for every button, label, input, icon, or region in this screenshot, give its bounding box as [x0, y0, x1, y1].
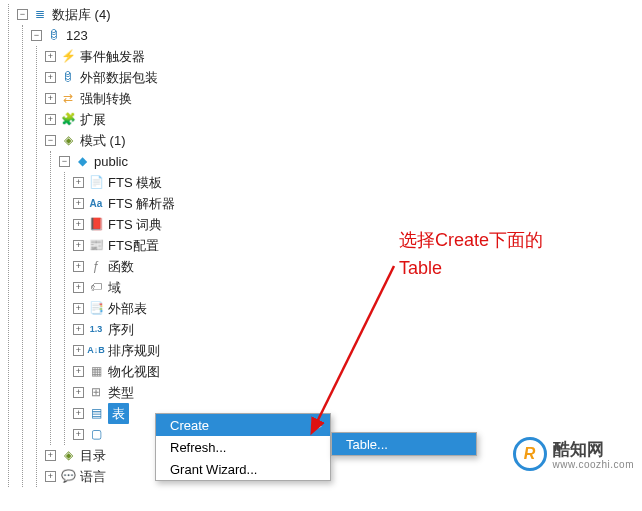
fts-dict-icon: 📕: [88, 217, 104, 233]
tree-label: FTS 解析器: [108, 193, 175, 214]
expand-icon[interactable]: +: [45, 93, 56, 104]
tree-label: 排序规则: [108, 340, 160, 361]
expand-icon[interactable]: +: [45, 51, 56, 62]
domain-icon: 🏷: [88, 280, 104, 296]
tree-node-databases[interactable]: − ≣ 数据库 (4): [17, 4, 642, 25]
expand-icon[interactable]: +: [45, 450, 56, 461]
tree-node-foreign-tables[interactable]: +📑外部表: [73, 298, 642, 319]
annotation-line1: 选择Create下面的: [399, 226, 543, 254]
logo-name: 酷知网: [553, 440, 604, 459]
database-icon: 🛢: [46, 28, 62, 44]
annotation-text: 选择Create下面的 Table: [399, 226, 543, 282]
menu-item-table[interactable]: Table...: [332, 433, 476, 455]
cast-icon: ⇄: [60, 91, 76, 107]
tree-node-foreign-wrappers[interactable]: + 🛢 外部数据包装: [45, 67, 642, 88]
fts-template-icon: 📄: [88, 175, 104, 191]
annotation-line2: Table: [399, 254, 543, 282]
expand-icon[interactable]: +: [73, 282, 84, 293]
collapse-icon[interactable]: −: [17, 9, 28, 20]
expand-icon[interactable]: +: [73, 303, 84, 314]
sequence-icon: 1.3: [88, 322, 104, 338]
tree-label: FTS配置: [108, 235, 159, 256]
expand-icon[interactable]: +: [45, 114, 56, 125]
tree-node-schemas[interactable]: − ◈ 模式 (1): [45, 130, 642, 151]
logo-url: www.coozhi.com: [553, 459, 634, 470]
tree-label: FTS 词典: [108, 214, 162, 235]
tree-label: 域: [108, 277, 121, 298]
generic-icon: ▢: [88, 427, 104, 443]
context-submenu[interactable]: Table...: [331, 432, 477, 456]
tree-node-fts-parser[interactable]: +AaFTS 解析器: [73, 193, 642, 214]
tree-node-types[interactable]: +⊞类型: [73, 382, 642, 403]
tree-label: 强制转换: [80, 88, 132, 109]
tree-label: 表: [108, 403, 129, 424]
tree-node-db-123[interactable]: − 🛢 123: [31, 25, 642, 46]
matview-icon: ▦: [88, 364, 104, 380]
menu-item-create[interactable]: Create ▶: [156, 414, 330, 436]
menu-label: Table...: [346, 437, 388, 452]
tree-label: 类型: [108, 382, 134, 403]
tree-label: 目录: [80, 445, 106, 466]
expand-icon[interactable]: +: [73, 387, 84, 398]
tree-label: 语言: [80, 466, 106, 487]
expand-icon[interactable]: +: [73, 198, 84, 209]
submenu-arrow-icon: ▶: [314, 420, 322, 431]
tree-label: 模式 (1): [80, 130, 126, 151]
collapse-icon[interactable]: −: [45, 135, 56, 146]
expand-icon[interactable]: +: [45, 471, 56, 482]
tree-node-functions[interactable]: +ƒ函数: [73, 256, 642, 277]
expand-icon[interactable]: +: [73, 177, 84, 188]
tree-node-casts[interactable]: + ⇄ 强制转换: [45, 88, 642, 109]
extension-icon: 🧩: [60, 112, 76, 128]
tree-label: 物化视图: [108, 361, 160, 382]
catalog-icon: ◈: [60, 448, 76, 464]
tree-node-event-triggers[interactable]: + ⚡ 事件触发器: [45, 46, 642, 67]
expand-icon[interactable]: +: [73, 240, 84, 251]
expand-icon[interactable]: +: [73, 408, 84, 419]
expand-icon[interactable]: +: [73, 429, 84, 440]
menu-label: Grant Wizard...: [170, 462, 257, 477]
tree-node-fts-dict[interactable]: +📕FTS 词典: [73, 214, 642, 235]
menu-label: Refresh...: [170, 440, 226, 455]
menu-label: Create: [170, 418, 209, 433]
tree-label: FTS 模板: [108, 172, 162, 193]
expand-icon[interactable]: +: [45, 72, 56, 83]
collapse-icon[interactable]: −: [31, 30, 42, 41]
expand-icon[interactable]: +: [73, 261, 84, 272]
expand-icon[interactable]: +: [73, 324, 84, 335]
tree-node-fts-template[interactable]: +📄FTS 模板: [73, 172, 642, 193]
context-menu[interactable]: Create ▶ Refresh... Grant Wizard...: [155, 413, 331, 481]
tree-node-collations[interactable]: +A↓B排序规则: [73, 340, 642, 361]
table-icon: ▤: [88, 406, 104, 422]
menu-item-refresh[interactable]: Refresh...: [156, 436, 330, 458]
fts-parser-icon: Aa: [88, 196, 104, 212]
tree-label: 外部数据包装: [80, 67, 158, 88]
function-icon: ƒ: [88, 259, 104, 275]
database-group-icon: ≣: [32, 7, 48, 23]
tree-label: public: [94, 151, 128, 172]
tree-label: 扩展: [80, 109, 106, 130]
fts-config-icon: 📰: [88, 238, 104, 254]
expand-icon[interactable]: +: [73, 366, 84, 377]
type-icon: ⊞: [88, 385, 104, 401]
tree-label: 外部表: [108, 298, 147, 319]
schema-group-icon: ◈: [60, 133, 76, 149]
tree-node-extensions[interactable]: + 🧩 扩展: [45, 109, 642, 130]
logo-mark-icon: R: [513, 437, 547, 471]
expand-icon[interactable]: +: [73, 345, 84, 356]
tree-node-sequences[interactable]: +1.3序列: [73, 319, 642, 340]
menu-item-grant-wizard[interactable]: Grant Wizard...: [156, 458, 330, 480]
tree-node-public[interactable]: − ◆ public: [59, 151, 642, 172]
tree-node-matviews[interactable]: +▦物化视图: [73, 361, 642, 382]
tree-node-domains[interactable]: +🏷域: [73, 277, 642, 298]
watermark-logo: R 酷知网 www.coozhi.com: [513, 437, 634, 471]
event-trigger-icon: ⚡: [60, 49, 76, 65]
foreign-wrapper-icon: 🛢: [60, 70, 76, 86]
tree-label: 123: [66, 25, 88, 46]
tree-node-fts-config[interactable]: +📰FTS配置: [73, 235, 642, 256]
tree-label: 函数: [108, 256, 134, 277]
expand-icon[interactable]: +: [73, 219, 84, 230]
collapse-icon[interactable]: −: [59, 156, 70, 167]
tree-label: 序列: [108, 319, 134, 340]
schema-icon: ◆: [74, 154, 90, 170]
